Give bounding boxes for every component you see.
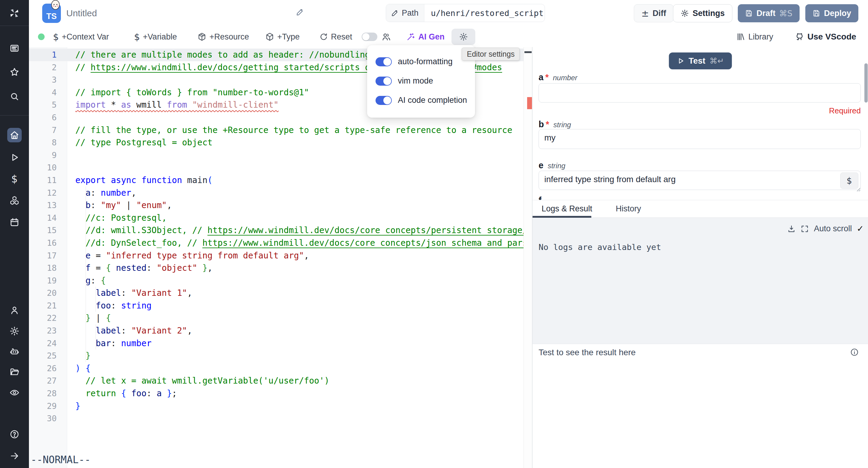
code-line[interactable]: 13 b: "my" | "enum", xyxy=(29,199,524,212)
code-line[interactable]: 22 } | { xyxy=(29,312,524,324)
script-emoji-icon xyxy=(50,0,61,11)
deploy-button[interactable]: Deploy xyxy=(805,4,858,22)
library-button[interactable]: Library xyxy=(736,27,773,47)
code-line[interactable]: 12 a: number, xyxy=(29,187,524,199)
variables-dollar-icon[interactable]: $ xyxy=(9,173,20,184)
ai-gen-button[interactable]: AI Gen xyxy=(406,27,444,47)
overview-error-marker xyxy=(527,97,532,109)
code-line[interactable]: 21 foo: string xyxy=(29,299,524,312)
line-number: 21 xyxy=(29,299,67,312)
settings-button[interactable]: Settings xyxy=(673,4,733,22)
edit-title-pencil-icon[interactable] xyxy=(296,8,304,18)
runs-play-icon[interactable] xyxy=(9,152,20,163)
code-line[interactable]: 10 xyxy=(29,161,524,174)
add-context-var-button[interactable]: $ +Context Var xyxy=(53,27,109,47)
reset-button[interactable]: Reset xyxy=(319,27,352,47)
line-number: 17 xyxy=(29,250,67,262)
resources-cubes-icon[interactable] xyxy=(9,195,20,206)
dollar-icon: $ xyxy=(134,32,140,42)
line-number: 29 xyxy=(29,400,67,412)
code-line[interactable]: 27 // let x = await wmill.getVariable('u… xyxy=(29,375,524,387)
package-icon xyxy=(265,32,274,41)
add-type-button[interactable]: +Type xyxy=(265,27,300,47)
path-field[interactable]: Path u/henri/restored_script xyxy=(386,4,545,22)
code-line[interactable]: 30 xyxy=(29,412,524,425)
line-number: 30 xyxy=(29,412,67,425)
menu-item-auto-formatting[interactable]: auto-formatting xyxy=(375,57,453,66)
code-line[interactable]: 28 return { foo: a }; xyxy=(29,387,524,400)
multiplayer-toggle[interactable] xyxy=(362,33,377,41)
code-line[interactable]: 16 //d: DynSelect_foo, // https://www.wi… xyxy=(29,237,524,250)
code-line[interactable]: 11export async function main( xyxy=(29,174,524,187)
vim-mode-toggle[interactable] xyxy=(375,77,392,86)
line-number: 8 xyxy=(29,136,67,149)
apps-icon[interactable] xyxy=(9,43,20,54)
audit-eye-icon[interactable] xyxy=(9,387,20,398)
code-line[interactable]: 20 label: "Variant 1", xyxy=(29,287,524,299)
code-line[interactable]: 14 //c: Postgresql, xyxy=(29,212,524,224)
test-button[interactable]: Test ⌘↵ xyxy=(669,53,732,69)
info-icon[interactable] xyxy=(850,348,859,358)
editor-settings-gear-button[interactable] xyxy=(452,29,475,45)
code-line[interactable]: 15 //d: wmill.S3Object, // https://www.w… xyxy=(29,224,524,237)
code-line[interactable]: 18 f = { nested: "object" }, xyxy=(29,262,524,274)
help-icon[interactable] xyxy=(9,429,20,440)
line-number: 19 xyxy=(29,274,67,287)
resize-handle-icon[interactable] xyxy=(855,186,861,193)
sidebar: $ xyxy=(0,0,29,468)
diff-button[interactable]: ± Diff xyxy=(634,4,674,22)
add-variable-button[interactable]: $ +Variable xyxy=(134,27,177,47)
workers-robot-icon[interactable] xyxy=(9,346,20,357)
settings-gear-icon[interactable] xyxy=(9,326,20,337)
auto-scroll-checkbox[interactable]: ✓ xyxy=(857,224,864,234)
user-icon[interactable] xyxy=(9,305,20,316)
use-vscode-button[interactable]: Use VScode xyxy=(795,27,856,47)
path-value[interactable]: u/henri/restored_script xyxy=(424,4,544,22)
ai-code-completion-toggle[interactable] xyxy=(375,96,392,105)
package-icon xyxy=(197,32,207,41)
save-icon xyxy=(812,9,820,17)
page-title: Untitled xyxy=(66,8,97,19)
indent-guide xyxy=(86,186,86,362)
tab-history[interactable]: History xyxy=(616,200,641,217)
tab-logs-result[interactable]: Logs & Result xyxy=(541,200,592,217)
code-line[interactable]: 25 } xyxy=(29,350,524,362)
windmill-script-editor: $ xyxy=(0,0,868,468)
add-resource-button[interactable]: +Resource xyxy=(197,27,249,47)
code-line[interactable]: 24 bar: number xyxy=(29,337,524,350)
field-a-input[interactable] xyxy=(538,83,861,103)
search-icon[interactable] xyxy=(9,91,20,102)
code-line[interactable]: 29} xyxy=(29,400,524,412)
expand-logs-icon[interactable] xyxy=(801,225,809,233)
code-line[interactable]: 26) { xyxy=(29,362,524,375)
download-logs-icon[interactable] xyxy=(787,225,796,233)
auto-formatting-toggle[interactable] xyxy=(375,57,392,66)
args-form: Test ⌘↵ a* number Required b* string my … xyxy=(532,47,868,200)
folders-icon[interactable] xyxy=(9,367,20,378)
schedules-calendar-icon[interactable] xyxy=(9,217,20,228)
line-number: 6 xyxy=(29,111,67,124)
field-e-input[interactable]: inferred type string from default arg xyxy=(538,171,861,190)
code-line[interactable]: 7// fill the type, or use the +Resource … xyxy=(29,124,524,137)
menu-item-ai-code-completion[interactable]: AI code completion xyxy=(375,96,467,105)
sidebar-divider xyxy=(0,26,29,26)
code-line[interactable]: 9 xyxy=(29,149,524,162)
field-b-input[interactable]: my xyxy=(538,129,861,149)
code-line[interactable]: 19 g: { xyxy=(29,274,524,287)
editor-overview-ruler[interactable] xyxy=(524,47,532,468)
code-line[interactable]: 17 e = "inferred type string from defaul… xyxy=(29,250,524,262)
collapse-arrow-icon[interactable] xyxy=(9,450,20,461)
windmill-logo-icon[interactable] xyxy=(7,5,22,21)
sidebar-divider xyxy=(0,115,29,116)
result-section: Test to see the result here xyxy=(532,344,868,468)
line-number: 15 xyxy=(29,224,67,237)
panel-scrollbar[interactable] xyxy=(864,63,868,103)
code-line[interactable]: 8// type Postgresql = object xyxy=(29,136,524,149)
code-line[interactable]: 23 label: "Variant 2", xyxy=(29,324,524,337)
menu-item-vim-mode[interactable]: vim mode xyxy=(375,76,433,86)
field-label-a: a* number xyxy=(538,72,578,82)
draft-button[interactable]: Draft ⌘S xyxy=(738,4,800,22)
home-icon[interactable] xyxy=(9,130,20,141)
test-panel: Test ⌘↵ a* number Required b* string my … xyxy=(532,47,868,468)
favorites-star-icon[interactable] xyxy=(9,67,20,78)
